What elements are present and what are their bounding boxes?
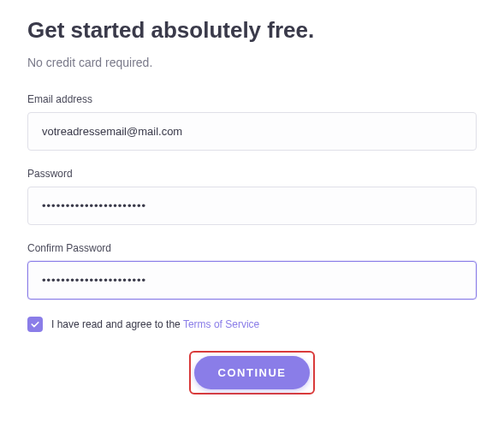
highlight-box: CONTINUE [189,351,316,394]
email-group: Email address [27,93,477,151]
page-title: Get started absolutely free. [27,17,477,44]
password-field[interactable] [27,187,477,225]
email-label: Email address [27,93,477,105]
submit-wrap: CONTINUE [27,351,477,394]
confirm-password-group: Confirm Password [27,242,477,300]
password-group: Password [27,168,477,225]
subtitle: No credit card required. [27,56,477,69]
terms-label: I have read and agree to the Terms of Se… [51,318,259,330]
confirm-password-field[interactable] [27,261,477,300]
terms-link[interactable]: Terms of Service [183,318,259,330]
check-icon [30,319,40,329]
terms-checkbox[interactable] [27,317,43,332]
continue-button[interactable]: CONTINUE [194,356,311,389]
confirm-password-label: Confirm Password [27,242,477,254]
email-field[interactable] [27,112,477,151]
password-label: Password [27,168,477,180]
terms-row: I have read and agree to the Terms of Se… [27,317,477,332]
terms-prefix: I have read and agree to the [51,318,183,330]
